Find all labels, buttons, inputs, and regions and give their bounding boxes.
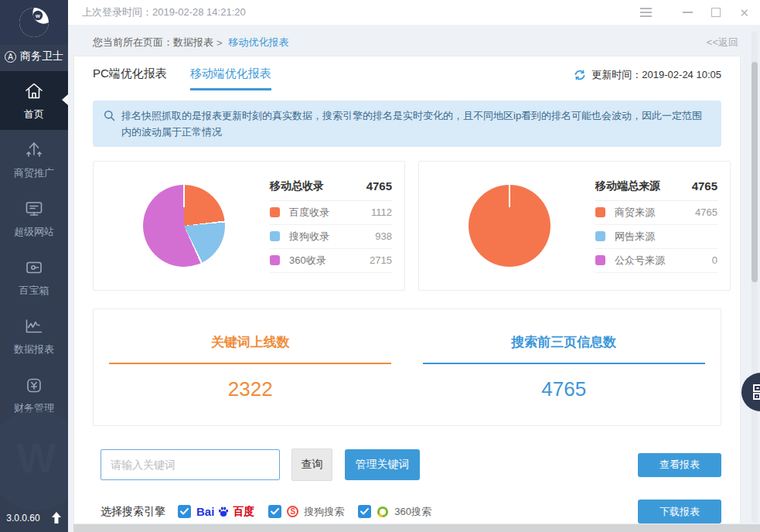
last-login-text: 上次登录时间：2019-02-28 14:21:20: [82, 5, 246, 19]
360-logo-icon: [377, 506, 389, 518]
sogou-logo-icon: S: [287, 506, 298, 517]
maximize-icon[interactable]: [711, 8, 721, 17]
pie-chart-mobile-index: [143, 185, 225, 267]
breadcrumb: 您当前所在页面：数据报表 > 移动优化报表 <<返回: [68, 25, 760, 56]
baidu-checkbox[interactable]: [178, 505, 191, 518]
window-topbar: 上次登录时间：2019-02-28 14:21:20 ✕: [68, 0, 760, 25]
active-notch: [62, 94, 68, 105]
stat-label: 关键词上线数: [211, 333, 290, 351]
view-report-button[interactable]: 查看报表: [638, 453, 721, 477]
stat-keywords-online: 关键词上线数 2322: [94, 309, 407, 425]
tabs-row: PC端优化报表 移动端优化报表 更新时间：2019-02-24 10:05: [93, 66, 721, 97]
main-area: 上次登录时间：2019-02-28 14:21:20 ✕ 您当前所在页面：数据报…: [68, 0, 760, 532]
stat-value: 2322: [228, 377, 273, 401]
legend-row: 百度收录 1112: [270, 201, 392, 225]
stat-underline: [423, 363, 705, 364]
content-panel: PC端优化报表 移动端优化报表 更新时间：2019-02-24 10:05 排名…: [73, 56, 741, 524]
notice-text: 排名快照抓取的是报表更新时刻的真实数据，搜索引擎的排名是实时变化的，且不同地区i…: [121, 107, 707, 140]
home-icon: [22, 80, 46, 102]
legend-value: 938: [375, 230, 392, 242]
monitor-icon: [22, 198, 46, 220]
sidebar-nav: 首页 商贸推广 超级网站 百宝箱: [0, 71, 68, 424]
legend-total: 4765: [366, 179, 392, 193]
menu-icon[interactable]: [640, 8, 652, 17]
legend-label: 百度收录: [289, 206, 329, 220]
toolbox-icon: [22, 257, 46, 278]
legend-label: 公众号来源: [615, 254, 665, 268]
card-mobile-index: 移动总收录 4765 百度收录 1112 搜狗收录 938: [93, 161, 405, 291]
tab-mobile-report[interactable]: 移动端优化报表: [190, 66, 271, 90]
refresh-icon[interactable]: [574, 69, 586, 81]
legend-title: 移动总收录: [270, 179, 324, 193]
sidebar: w A 商务卫士 首页 商贸推广: [0, 0, 68, 532]
close-icon[interactable]: ✕: [739, 7, 749, 19]
legend-mobile-index: 移动总收录 4765 百度收录 1112 搜狗收录 938: [270, 179, 392, 273]
check-icon: [360, 508, 369, 515]
update-arrow-icon[interactable]: [51, 512, 62, 524]
breadcrumb-current[interactable]: 移动优化报表: [229, 36, 289, 49]
manage-keywords-button[interactable]: 管理关键词: [345, 449, 420, 480]
legend-label: 搜狗收录: [289, 230, 329, 244]
sidebar-item-promotion[interactable]: 商贸推广: [0, 130, 68, 189]
legend-chip: [270, 255, 280, 265]
so360-checkbox[interactable]: [358, 505, 371, 518]
card-mobile-source: 移动端总来源 4765 商贸来源 4765 网告来源: [418, 161, 731, 291]
sidebar-item-home[interactable]: 首页: [0, 71, 68, 130]
query-button[interactable]: 查询: [291, 448, 332, 481]
check-icon: [180, 508, 189, 515]
vertical-scrollbar-thumb[interactable]: [751, 62, 758, 282]
engine-select-label: 选择搜索引擎: [101, 505, 165, 519]
sidebar-item-label: 超级网站: [14, 225, 54, 239]
baidu-logo-latin: Bai: [196, 505, 214, 518]
breadcrumb-separator: >: [216, 37, 223, 49]
sogou-label: 搜狗搜索: [304, 505, 344, 519]
app-logo: w: [0, 0, 68, 45]
sidebar-item-label: 首页: [24, 107, 44, 121]
qr-code-icon: [752, 384, 760, 401]
engine-row: 选择搜索引擎 Bai 百度 S: [93, 500, 721, 523]
magnifier-icon: [104, 110, 115, 121]
money-icon: [22, 374, 46, 396]
horizontal-scrollbar[interactable]: [73, 524, 760, 532]
legend-title: 移动端总来源: [595, 179, 660, 193]
legend-row: 公众号来源 0: [595, 249, 717, 273]
legend-label: 网告来源: [615, 230, 655, 244]
chart-icon: [22, 315, 46, 337]
back-link[interactable]: <<返回: [707, 36, 738, 49]
vertical-scrollbar[interactable]: [751, 31, 758, 523]
legend-total: 4765: [692, 179, 717, 193]
minimize-icon[interactable]: [683, 12, 693, 13]
engine-item-sogou: S 搜狗搜索: [268, 505, 344, 519]
sidebar-item-label: 数据报表: [14, 343, 54, 356]
download-report-button[interactable]: 下载报表: [638, 500, 721, 523]
legend-row: 搜狗收录 938: [270, 225, 392, 249]
brand-name: 商务卫士: [20, 49, 63, 63]
check-icon: [271, 508, 279, 515]
sidebar-item-label: 商贸推广: [14, 166, 54, 180]
sidebar-item-reports[interactable]: 数据报表: [0, 306, 68, 365]
legend-value: 0: [712, 254, 717, 266]
qr-float-button[interactable]: [741, 373, 760, 411]
brand-row: A 商务卫士: [0, 45, 68, 68]
stats-card: 关键词上线数 2322 搜索前三页信息数 4765: [93, 309, 721, 426]
legend-chip: [270, 231, 280, 241]
baidu-logo-cn: 百度: [233, 505, 254, 519]
legend-label: 360收录: [289, 254, 326, 268]
legend-label: 商贸来源: [615, 206, 655, 220]
stat-label: 搜索前三页信息数: [511, 333, 616, 351]
legend-row: 商贸来源 4765: [595, 201, 717, 225]
tab-pc-report[interactable]: PC端优化报表: [93, 66, 167, 88]
legend-mobile-source: 移动端总来源 4765 商贸来源 4765 网告来源: [595, 179, 717, 273]
svg-text:w: w: [35, 12, 40, 19]
version-text: 3.0.0.60: [6, 513, 39, 523]
stat-underline: [109, 363, 391, 364]
keyword-input[interactable]: [101, 449, 280, 480]
keyword-bar: 查询 管理关键词 查看报表: [93, 448, 721, 481]
sidebar-item-label: 百宝箱: [19, 284, 49, 298]
engine-item-baidu: Bai 百度: [178, 505, 254, 519]
legend-value: 4765: [695, 206, 717, 218]
sidebar-item-toolbox[interactable]: 百宝箱: [0, 247, 68, 306]
sidebar-item-website[interactable]: 超级网站: [0, 189, 68, 247]
sogou-checkbox[interactable]: [268, 505, 281, 518]
legend-row: 360收录 2715: [270, 249, 392, 273]
